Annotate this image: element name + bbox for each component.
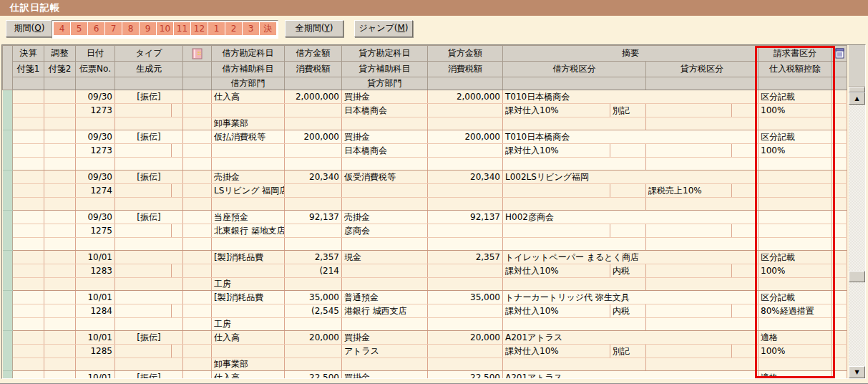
cell-empty[interactable] xyxy=(732,144,759,158)
cell-fusen2[interactable] xyxy=(44,251,76,264)
cell-invoice[interactable]: 適格 xyxy=(759,331,832,345)
scroll-down-button[interactable]: ▼ xyxy=(849,366,865,378)
cell-cr-amount[interactable]: 2,357 xyxy=(428,251,503,264)
cell-cr-account[interactable]: 買掛金 xyxy=(342,371,428,380)
cell-empty[interactable] xyxy=(503,278,646,291)
cell-dr-tax-amount[interactable] xyxy=(285,345,342,358)
cell-dr-sub[interactable] xyxy=(212,345,285,358)
cell-empty[interactable] xyxy=(183,224,212,238)
cell-empty[interactable] xyxy=(832,211,847,224)
cell-type[interactable]: [振伝] xyxy=(115,90,183,104)
cell-deduction[interactable]: 100% xyxy=(759,345,832,358)
cell-empty[interactable] xyxy=(832,171,847,184)
cell-cr-dept[interactable] xyxy=(342,318,428,331)
cell-fusen2[interactable] xyxy=(44,130,76,144)
scroll-up-button[interactable]: ▲ xyxy=(849,92,865,105)
cell-empty[interactable] xyxy=(183,90,212,104)
cell-empty[interactable] xyxy=(13,104,44,117)
cell-dr-amount[interactable]: 35,000 xyxy=(285,291,342,304)
cell-empty[interactable] xyxy=(832,358,847,371)
cell-cr-account[interactable]: 売掛金 xyxy=(342,211,428,224)
cell-cr-dept[interactable] xyxy=(342,198,428,211)
cell-dr-dept[interactable]: 工房 xyxy=(212,318,285,331)
cell-empty[interactable] xyxy=(832,331,847,345)
cell-empty[interactable] xyxy=(646,238,759,251)
cell-invoice[interactable] xyxy=(759,171,832,184)
month-button-9[interactable]: 9 xyxy=(139,21,156,36)
cell-no[interactable]: 1284 xyxy=(76,304,115,318)
cell-dr-tax-amount[interactable] xyxy=(285,104,342,117)
cell-empty[interactable] xyxy=(44,345,76,358)
cell-empty[interactable] xyxy=(76,158,115,171)
cell-dr-account[interactable]: 当座預金 xyxy=(212,211,285,224)
cell-empty[interactable] xyxy=(428,158,503,171)
cell-empty[interactable] xyxy=(183,278,212,291)
cell-cr-account[interactable]: 買掛金 xyxy=(342,331,428,345)
cell-empty[interactable] xyxy=(832,238,847,251)
cell-empty[interactable] xyxy=(115,358,183,371)
cell-empty[interactable] xyxy=(428,278,503,291)
cell-empty[interactable] xyxy=(13,158,44,171)
cell-cr-sub[interactable] xyxy=(342,264,428,278)
cell-empty[interactable] xyxy=(285,318,342,331)
cell-empty[interactable] xyxy=(646,158,759,171)
cell-cr-sub[interactable]: 日本橋商会 xyxy=(342,104,428,117)
cell-empty[interactable] xyxy=(759,358,832,371)
cell-empty[interactable] xyxy=(44,318,76,331)
cell-dr-tax[interactable]: 課対仕入10% xyxy=(503,264,610,278)
row-selector-gutter[interactable] xyxy=(3,211,13,251)
cell-empty[interactable] xyxy=(115,238,183,251)
cell-invoice[interactable]: 適格 xyxy=(759,371,832,380)
cell-empty[interactable] xyxy=(503,158,646,171)
cell-summary[interactable]: トイレットペーパー まるとく商店 xyxy=(503,251,759,264)
cell-cr-tax[interactable] xyxy=(646,104,732,117)
cell-empty[interactable] xyxy=(44,238,76,251)
cell-empty[interactable] xyxy=(172,144,183,158)
cell-cr-amount[interactable]: 2,000,000 xyxy=(428,90,503,104)
cell-empty[interactable] xyxy=(183,304,212,318)
cell-empty[interactable] xyxy=(44,144,76,158)
cell-cr-account[interactable]: 普通預金 xyxy=(342,291,428,304)
cell-dr-sub[interactable] xyxy=(212,144,285,158)
cell-cr-sub[interactable]: 日本橋商会 xyxy=(342,144,428,158)
cell-empty[interactable] xyxy=(285,238,342,251)
cell-summary[interactable]: H002彦商会 xyxy=(503,211,759,224)
row-selector-gutter[interactable] xyxy=(3,130,13,171)
cell-empty[interactable] xyxy=(13,184,44,198)
cell-type[interactable]: [振伝] xyxy=(115,371,183,380)
scrollbar-track[interactable] xyxy=(849,105,865,366)
cell-empty[interactable] xyxy=(832,345,847,358)
cell-dr-sub[interactable] xyxy=(212,304,285,318)
cell-empty[interactable] xyxy=(503,198,646,211)
cell-empty[interactable] xyxy=(732,184,759,198)
cell-cr-amount[interactable]: 35,000 xyxy=(428,291,503,304)
cell-type[interactable]: [振伝] xyxy=(115,211,183,224)
cell-dr-tax[interactable] xyxy=(503,184,610,198)
cell-fusen1[interactable] xyxy=(13,130,44,144)
cell-empty[interactable] xyxy=(285,358,342,371)
cell-empty[interactable] xyxy=(428,358,503,371)
cell-empty[interactable] xyxy=(76,238,115,251)
cell-empty[interactable] xyxy=(115,117,183,130)
cell-gen[interactable] xyxy=(115,304,172,318)
cell-cr-account[interactable]: 仮受消費税等 xyxy=(342,171,428,184)
cell-dr-tax[interactable]: 課対仕入10% xyxy=(503,304,610,318)
cell-empty[interactable] xyxy=(13,278,44,291)
cell-cr-account[interactable]: 現金 xyxy=(342,251,428,264)
cell-empty[interactable] xyxy=(428,318,503,331)
cell-empty[interactable] xyxy=(285,117,342,130)
cell-cr-account[interactable]: 買掛金 xyxy=(342,90,428,104)
cell-empty[interactable] xyxy=(115,198,183,211)
cell-dr-dept[interactable] xyxy=(212,238,285,251)
cell-date[interactable]: 10/01 xyxy=(76,331,115,345)
cell-empty[interactable] xyxy=(832,144,847,158)
cell-fusen2[interactable] xyxy=(44,331,76,345)
cell-invoice[interactable]: 区分記載 xyxy=(759,130,832,144)
cell-cr-amount[interactable]: 20,340 xyxy=(428,171,503,184)
cell-cr-tax[interactable] xyxy=(646,224,732,238)
cell-empty[interactable] xyxy=(285,158,342,171)
cell-cr-tax-amount[interactable] xyxy=(428,144,503,158)
cell-empty[interactable] xyxy=(832,130,847,144)
cell-empty[interactable] xyxy=(732,104,759,117)
month-button-5[interactable]: 5 xyxy=(70,21,87,36)
